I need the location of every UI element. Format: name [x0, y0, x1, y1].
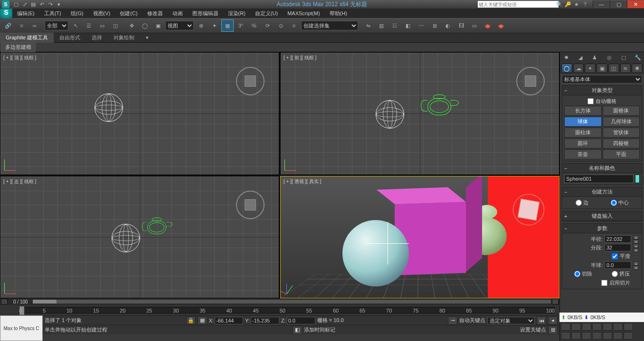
menu-customize[interactable]: 自定义(U) — [250, 9, 283, 18]
time-ruler[interactable]: 0510152025303540455055606570758085909510… — [0, 305, 559, 315]
object-name-input[interactable] — [564, 175, 634, 183]
ribbon-tab-selection[interactable]: 选择 — [86, 33, 108, 43]
render-icon[interactable]: 🫖 — [482, 19, 494, 32]
window-crossing-icon[interactable]: ◫ — [109, 19, 122, 32]
prim-cone[interactable]: 圆锥体 — [603, 106, 640, 116]
favorite-icon[interactable]: ★ — [573, 1, 580, 8]
hemi-spinner[interactable]: ▴▾ — [633, 261, 639, 269]
rollout-toggle-icon[interactable]: − — [564, 226, 567, 231]
manipulate-icon[interactable]: ✦ — [208, 19, 220, 32]
selection-filter-dropdown[interactable]: 全部 — [45, 21, 68, 30]
autogrid-checkbox[interactable] — [587, 98, 594, 104]
snap-toggle-icon[interactable]: ▦ — [221, 19, 234, 32]
menu-create[interactable]: 创建(C) — [115, 9, 142, 18]
ribbon-tab-graphite[interactable]: Graphite 建模工具 — [0, 33, 54, 43]
systems-cat-icon[interactable]: ✱ — [632, 64, 643, 73]
coord-x-input[interactable] — [215, 317, 243, 324]
lights-cat-icon[interactable]: ✦ — [585, 64, 596, 73]
ribbon-collapse-icon[interactable]: ▾ — [140, 33, 154, 42]
help-icon[interactable]: ? — [581, 1, 589, 8]
maximize-viewport-icon[interactable] — [561, 332, 570, 340]
primitive-set-dropdown[interactable]: 标准基本体 — [562, 75, 642, 83]
hemi-input[interactable] — [605, 261, 631, 269]
lock-selection-icon[interactable]: 🔒 — [186, 316, 196, 325]
coord-z-input[interactable] — [287, 317, 315, 324]
nav2-icon[interactable] — [582, 332, 591, 340]
scale-icon[interactable]: ▣ — [152, 19, 164, 32]
key-filter-dropdown[interactable]: 选定对象 — [487, 317, 535, 324]
polymodel-button[interactable]: 多边形建模 — [1, 42, 36, 52]
prim-geosphere[interactable]: 几何球体 — [603, 117, 640, 127]
center-radio[interactable] — [611, 200, 617, 206]
modify-tab-icon[interactable]: ◢ — [576, 53, 585, 62]
maxscript-listener[interactable]: Max to Physcs C — [0, 315, 43, 341]
viewport-top[interactable]: [ + ][ 顶 ][ 线框 ] — [0, 52, 279, 175]
teapot-wireframe[interactable] — [142, 217, 172, 236]
move-icon[interactable]: ✥ — [125, 19, 138, 32]
track-slider[interactable] — [33, 300, 551, 304]
play-start-icon[interactable]: ⏮ — [537, 316, 546, 325]
fov-icon[interactable] — [592, 323, 602, 331]
viewport-front[interactable]: [ + ][ 前 ][ 线框 ] — [280, 52, 559, 175]
time-tag-icon[interactable]: ◧ — [293, 326, 302, 334]
cameras-cat-icon[interactable]: ▣ — [597, 64, 607, 73]
prim-teapot[interactable]: 茶壶 — [564, 149, 602, 159]
prim-torus[interactable]: 圆环 — [564, 138, 602, 148]
named-selection-dropdown[interactable]: 创建选择集 — [301, 21, 358, 30]
utilities-tab-icon[interactable]: 🔧 — [634, 53, 642, 62]
render-setup-icon[interactable]: 🎞 — [455, 19, 467, 32]
keymode-icon[interactable]: ⊸ — [448, 316, 457, 325]
zoom-extents-icon[interactable] — [603, 323, 612, 331]
viewport-perspective[interactable]: [ + ][ 透视 ][ 真实 ] — [280, 176, 559, 299]
viewport-left-label[interactable]: [ + ][ 左 ][ 线框 ] — [3, 178, 36, 185]
sphere-wireframe[interactable] — [112, 224, 140, 252]
ref-coord-dropdown[interactable]: 视图 — [165, 21, 194, 30]
shapes-cat-icon[interactable]: ☁ — [573, 64, 584, 73]
rotate-icon[interactable]: ◯ — [139, 19, 151, 32]
zoom-extents-all-icon[interactable] — [613, 323, 623, 331]
prim-cylinder[interactable]: 圆柱体 — [564, 128, 602, 138]
viewport-persp-label[interactable]: [ + ][ 透视 ][ 真实 ] — [284, 178, 321, 185]
key-icon[interactable]: 🔑 — [564, 1, 572, 8]
rollout-toggle-icon[interactable]: + — [564, 213, 567, 219]
percent-snap-icon[interactable]: % — [248, 19, 260, 32]
nav1-icon[interactable] — [571, 332, 581, 340]
sphere-wireframe[interactable] — [95, 93, 123, 122]
binoculars-icon[interactable]: 🔍 — [556, 1, 563, 8]
undo-icon[interactable]: ↶ — [38, 1, 46, 8]
motion-tab-icon[interactable]: ◎ — [605, 53, 614, 62]
space-warps-cat-icon[interactable]: ≋ — [620, 64, 631, 73]
create-tab-icon[interactable]: ✹ — [562, 53, 570, 62]
viewcube-perspective[interactable] — [518, 198, 540, 220]
link-icon[interactable]: 🔗 — [2, 19, 14, 32]
bind-icon[interactable]: ∞ — [28, 19, 41, 32]
prim-tube[interactable]: 管状体 — [603, 128, 640, 138]
ribbon-tab-paint[interactable]: 对象绘制 — [108, 33, 140, 43]
close-button[interactable]: ✕ — [627, 0, 644, 8]
material-editor-icon[interactable]: ◐ — [442, 19, 454, 32]
rollout-toggle-icon[interactable]: − — [564, 166, 567, 171]
menu-help[interactable]: 帮助(H) — [325, 9, 352, 18]
viewcube-front[interactable] — [516, 67, 545, 95]
key-filters-icon[interactable]: ⊞ — [548, 326, 558, 334]
select-name-icon[interactable]: ☰ — [83, 19, 95, 32]
chop-radio[interactable] — [574, 271, 580, 277]
display-tab-icon[interactable]: ▢ — [619, 53, 628, 62]
viewport-front-label[interactable]: [ + ][ 前 ][ 线框 ] — [284, 55, 316, 61]
radius-spinner[interactable]: ▴▾ — [633, 235, 639, 243]
nav6-icon[interactable] — [624, 332, 633, 340]
menu-modifiers[interactable]: 修改器 — [142, 9, 168, 18]
prim-box[interactable]: 长方体 — [564, 106, 602, 116]
edge-radio[interactable] — [576, 200, 582, 206]
menu-render[interactable]: 渲染(R) — [223, 9, 250, 18]
minimize-button[interactable]: — — [593, 0, 610, 8]
angle-snap-icon[interactable]: 3° — [235, 19, 247, 32]
curve-editor-icon[interactable]: 〰 — [415, 19, 427, 32]
mirror-icon[interactable]: ⇋ — [362, 19, 374, 32]
slice-checkbox[interactable] — [601, 280, 607, 286]
segments-spinner[interactable]: ▴▾ — [633, 244, 639, 251]
save-icon[interactable]: ▤ — [29, 1, 37, 8]
menu-animation[interactable]: 动画 — [168, 9, 188, 18]
layer-manager-icon[interactable]: ◧ — [402, 19, 414, 32]
coord-y-input[interactable] — [251, 317, 279, 324]
